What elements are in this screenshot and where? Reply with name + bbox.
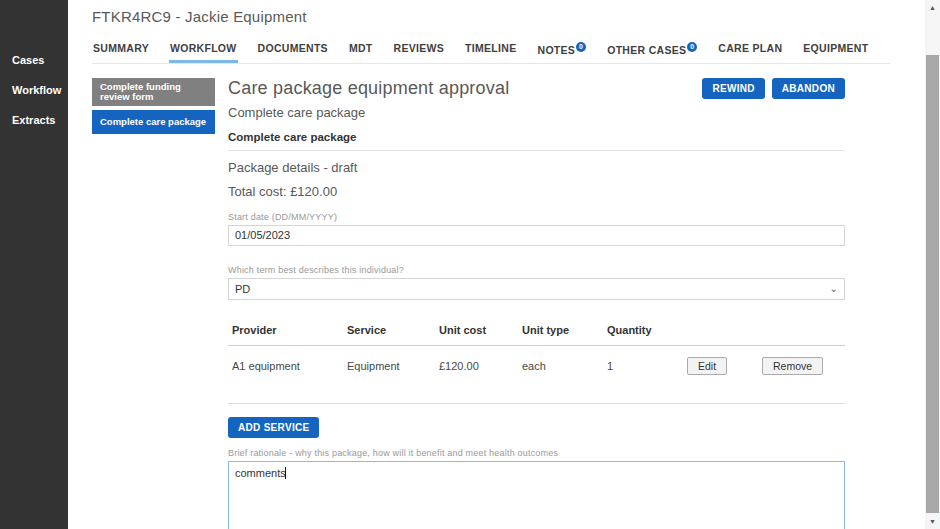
abandon-button[interactable]: ABANDON xyxy=(772,78,845,99)
other-cases-count-badge: 0 xyxy=(687,42,697,52)
scrollbar-thumb[interactable] xyxy=(926,55,939,513)
section-heading: Complete care package xyxy=(228,131,845,143)
term-question-label: Which term best describes this individua… xyxy=(228,265,845,275)
services-table-header: Provider Service Unit cost Unit type Qua… xyxy=(228,318,845,346)
service-unit-cost: £120.00 xyxy=(435,345,518,387)
tab-care-plan[interactable]: CARE PLAN xyxy=(717,38,783,63)
case-title: FTKR4RC9 - Jackie Equipment xyxy=(92,8,925,25)
col-actions-2 xyxy=(758,318,845,346)
content-row: Complete funding review form Complete ca… xyxy=(92,78,925,529)
tab-other-cases[interactable]: OTHER CASES0 xyxy=(606,38,698,63)
col-service: Service xyxy=(343,318,435,346)
service-row: A1 equipment Equipment £120.00 each 1 Ed… xyxy=(228,345,845,387)
tab-notes[interactable]: NOTES0 xyxy=(537,38,588,63)
service-provider: A1 equipment xyxy=(228,345,343,387)
tab-summary[interactable]: SUMMARY xyxy=(92,38,150,63)
rewind-button[interactable]: REWIND xyxy=(702,78,764,99)
start-date-input[interactable] xyxy=(228,225,845,246)
sidebar-item-cases[interactable]: Cases xyxy=(0,48,68,72)
col-quantity: Quantity xyxy=(603,318,683,346)
vertical-scrollbar[interactable]: ▲ ▼ xyxy=(925,0,940,529)
workflow-step-funding-review[interactable]: Complete funding review form xyxy=(92,78,215,107)
col-provider: Provider xyxy=(228,318,343,346)
notes-count-badge: 0 xyxy=(576,42,586,52)
workflow-step-form: Care package equipment approval REWIND A… xyxy=(228,78,845,529)
services-table: Provider Service Unit cost Unit type Qua… xyxy=(228,318,845,387)
title-row: Care package equipment approval REWIND A… xyxy=(228,78,845,99)
workflow-steps-list: Complete funding review form Complete ca… xyxy=(92,78,215,529)
section-divider xyxy=(228,150,845,151)
step-subtitle: Complete care package xyxy=(228,105,845,120)
service-quantity: 1 xyxy=(603,345,683,387)
add-service-button[interactable]: ADD SERVICE xyxy=(228,417,319,438)
remove-service-button[interactable]: Remove xyxy=(762,357,823,375)
tab-timeline[interactable]: TIMELINE xyxy=(464,38,517,63)
title-actions: REWIND ABANDON xyxy=(702,78,845,99)
col-actions-1 xyxy=(683,318,758,346)
rationale-field-wrap: comments xyxy=(228,461,845,529)
sidebar-item-workflow[interactable]: Workflow xyxy=(0,78,68,102)
service-name: Equipment xyxy=(343,345,435,387)
term-select-value: PD xyxy=(235,283,250,295)
scroll-down-icon[interactable]: ▼ xyxy=(925,514,940,529)
app-sidebar: Cases Workflow Extracts xyxy=(0,0,68,529)
rationale-label: Brief rationale - why this package, how … xyxy=(228,448,845,458)
total-cost: Total cost: £120.00 xyxy=(228,184,845,199)
service-unit-type: each xyxy=(518,345,603,387)
scroll-up-icon[interactable]: ▲ xyxy=(925,0,940,15)
workflow-step-care-package[interactable]: Complete care package xyxy=(92,110,215,134)
term-select[interactable]: PD ⌄ xyxy=(228,278,845,300)
page-title: Care package equipment approval xyxy=(228,78,509,99)
chevron-down-icon: ⌄ xyxy=(830,284,838,294)
tab-documents[interactable]: DOCUMENTS xyxy=(257,38,329,63)
table-bottom-divider xyxy=(228,403,845,404)
tab-equipment[interactable]: EQUIPMENT xyxy=(802,38,869,63)
page-container: FTKR4RC9 - Jackie Equipment SUMMARY WORK… xyxy=(68,0,925,529)
start-date-label: Start date (DD/MM/YYYY) xyxy=(228,212,845,222)
col-unit-cost: Unit cost xyxy=(435,318,518,346)
package-details-status: Package details - draft xyxy=(228,160,845,175)
rationale-textarea[interactable]: comments xyxy=(228,461,845,529)
tab-workflow[interactable]: WORKFLOW xyxy=(169,38,238,63)
text-cursor xyxy=(285,467,286,479)
tab-reviews[interactable]: REVIEWS xyxy=(393,38,446,63)
edit-service-button[interactable]: Edit xyxy=(687,357,727,375)
tab-mdt[interactable]: MDT xyxy=(348,38,374,63)
case-tabs: SUMMARY WORKFLOW DOCUMENTS MDT REVIEWS T… xyxy=(92,38,890,64)
col-unit-type: Unit type xyxy=(518,318,603,346)
sidebar-item-extracts[interactable]: Extracts xyxy=(0,108,68,132)
